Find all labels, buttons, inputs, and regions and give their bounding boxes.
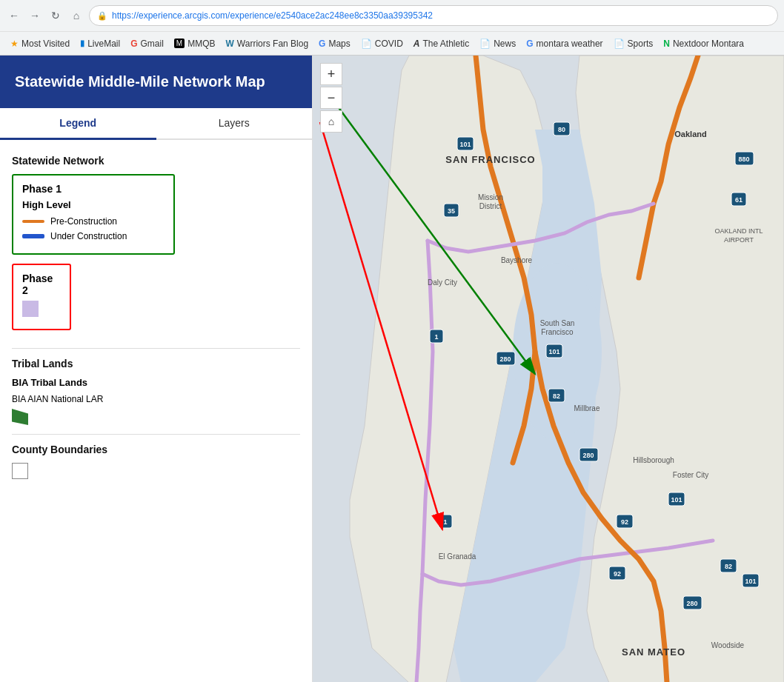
home-view-button[interactable]: ⌂: [320, 110, 342, 133]
svg-text:El Granada: El Granada: [439, 552, 476, 561]
under-construction-item: Under Construction: [22, 231, 165, 241]
svg-text:61: 61: [735, 196, 743, 204]
svg-text:SAN FRANCISCO: SAN FRANCISCO: [445, 154, 535, 165]
bookmark-gmail[interactable]: G Gmail: [126, 36, 168, 52]
sidebar-header: Statewide Middle-Mile Network Map: [0, 56, 312, 108]
purple-swatch: [22, 301, 39, 317]
tab-legend[interactable]: Legend: [0, 108, 156, 140]
svg-text:92: 92: [621, 518, 628, 526]
map-area[interactable]: + − ⌂: [313, 56, 784, 682]
phase2-title: Phase 2: [22, 273, 61, 296]
phase1-title: Phase 1: [22, 183, 165, 195]
mmqb-icon: M: [174, 39, 185, 48]
svg-text:South San: South San: [540, 319, 575, 327]
bookmark-montara-weather[interactable]: G montara weather: [522, 36, 607, 52]
svg-text:District: District: [479, 202, 502, 210]
svg-text:82: 82: [553, 392, 560, 400]
sidebar-title: Statewide Middle-Mile Network Map: [15, 73, 265, 90]
under-construction-label: Under Construction: [50, 231, 127, 241]
bookmark-warriors[interactable]: W Warriors Fan Blog: [222, 36, 313, 52]
svg-text:1: 1: [434, 333, 438, 341]
green-flag-swatch: [12, 409, 28, 425]
svg-text:101: 101: [671, 496, 682, 504]
svg-text:101: 101: [745, 578, 756, 585]
county-section: County Boundaries: [12, 444, 300, 479]
svg-text:Francisco: Francisco: [541, 328, 574, 336]
doc-icon: 📄: [361, 39, 372, 49]
bia-aian-item: BIA AIAN National LAR: [12, 394, 300, 404]
bia-tribal-subtitle: BIA Tribal Lands: [12, 377, 300, 388]
svg-text:80: 80: [558, 126, 565, 133]
url-text: https://experience.arcgis.com/experience…: [112, 10, 433, 21]
blue-line-swatch: [22, 234, 44, 238]
lock-icon: 🔒: [97, 11, 107, 21]
svg-text:1: 1: [443, 518, 447, 526]
bookmark-maps[interactable]: G Maps: [314, 36, 355, 52]
svg-text:280: 280: [499, 355, 511, 363]
bia-aian-label: BIA AIAN National LAR: [12, 394, 103, 404]
svg-text:Foster City: Foster City: [673, 471, 708, 479]
phase1-sublabel: High Level: [22, 199, 165, 210]
tribal-section: Tribal Lands BIA Tribal Lands BIA AIAN N…: [12, 358, 300, 425]
bookmark-most-visited[interactable]: ★ Most Visited: [6, 36, 74, 52]
svg-text:280: 280: [582, 452, 594, 459]
gmail-icon: G: [130, 39, 137, 49]
svg-text:35: 35: [448, 207, 455, 215]
bookmark-mmqb[interactable]: M MMQB: [170, 36, 220, 52]
address-bar[interactable]: 🔒 https://experience.arcgis.com/experien…: [89, 5, 778, 26]
browser-chrome: ← → ↻ ⌂ 🔒 https://experience.arcgis.com/…: [0, 0, 784, 56]
svg-text:880: 880: [738, 156, 749, 163]
svg-text:92: 92: [614, 570, 621, 578]
svg-text:SAN MATEO: SAN MATEO: [622, 646, 685, 658]
svg-text:101: 101: [459, 141, 471, 148]
wp-icon: W: [226, 39, 234, 49]
phase2-box: Phase 2: [12, 264, 71, 330]
bookmark-news[interactable]: 📄 News: [475, 36, 520, 52]
orange-line-swatch: [22, 220, 44, 223]
phase1-box: Phase 1 High Level Pre-Construction Unde…: [12, 174, 175, 255]
news-doc-icon: 📄: [479, 39, 491, 49]
athletic-icon: A: [413, 39, 420, 49]
svg-text:AIRPORT: AIRPORT: [724, 236, 754, 244]
svg-text:Millbrae: Millbrae: [574, 404, 599, 412]
divider1: [12, 348, 300, 349]
svg-text:Daly City: Daly City: [428, 278, 457, 287]
nav-bar: ← → ↻ ⌂ 🔒 https://experience.arcgis.com/…: [0, 0, 784, 31]
svg-text:Bayshore: Bayshore: [501, 256, 533, 264]
bookmark-livemail[interactable]: ▮ LiveMail: [76, 36, 124, 52]
bookmark-sports[interactable]: 📄 Sports: [609, 36, 658, 52]
svg-text:Mission: Mission: [478, 193, 503, 201]
county-swatch-item: [12, 463, 300, 479]
bookmarks-bar: ★ Most Visited ▮ LiveMail G Gmail M MMQB…: [0, 31, 784, 55]
bookmark-covid[interactable]: 📄 COVID: [356, 36, 408, 52]
pre-construction-item: Pre-Construction: [22, 216, 165, 227]
home-button[interactable]: ⌂: [68, 7, 84, 24]
zoom-in-button[interactable]: +: [320, 63, 342, 85]
green-flag-item: [12, 409, 300, 425]
tabs-container: Legend Layers: [0, 108, 312, 140]
svg-text:Oakland: Oakland: [674, 130, 706, 138]
svg-text:Woodside: Woodside: [711, 641, 745, 649]
svg-text:OAKLAND INTL: OAKLAND INTL: [714, 227, 763, 235]
county-title: County Boundaries: [12, 444, 300, 455]
bookmark-nextdoor[interactable]: N Nextdoor Montara: [659, 36, 748, 52]
back-button[interactable]: ←: [6, 7, 22, 24]
tribal-title: Tribal Lands: [12, 358, 300, 370]
map-controls: + − ⌂: [320, 63, 342, 133]
svg-text:Hillsborough: Hillsborough: [633, 456, 674, 464]
pre-construction-label: Pre-Construction: [50, 216, 117, 227]
tab-layers[interactable]: Layers: [156, 108, 313, 138]
statewide-section-title: Statewide Network: [12, 155, 300, 167]
forward-button[interactable]: →: [27, 7, 43, 24]
divider2: [12, 434, 300, 435]
star-icon: ★: [10, 39, 19, 49]
sidebar: Statewide Middle-Mile Network Map Legend…: [0, 56, 313, 682]
nextdoor-icon: N: [663, 39, 670, 49]
bookmark-athletic[interactable]: A The Athletic: [409, 36, 474, 52]
svg-text:82: 82: [725, 563, 732, 570]
livemail-icon: ▮: [80, 39, 84, 48]
map-svg: 101 80 880 280 1 101 82 280 35: [313, 56, 784, 682]
refresh-button[interactable]: ↻: [47, 7, 64, 24]
g-weather-icon: G: [526, 39, 533, 49]
zoom-out-button[interactable]: −: [320, 87, 342, 109]
